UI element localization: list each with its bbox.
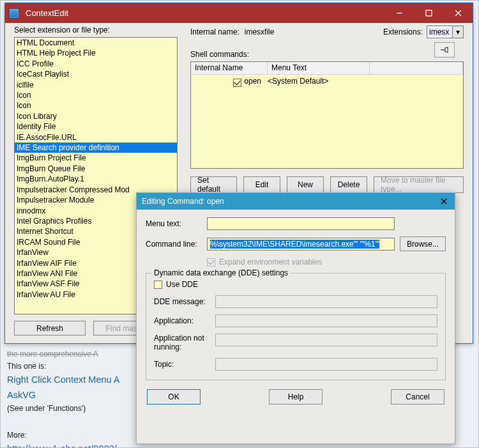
command-line-label: Command line: (146, 240, 207, 249)
expand-env-label: Expand environment variables (219, 258, 322, 266)
list-item[interactable]: IE.AssocFile.URL (15, 132, 177, 143)
edit-button[interactable]: Edit (243, 176, 280, 193)
svg-rect-1 (426, 10, 432, 16)
dde-group-title: Dynamic data exchange (DDE) settings (151, 268, 291, 277)
titlebar[interactable]: ContextEdit (5, 3, 473, 23)
refresh-button[interactable]: Refresh (14, 321, 86, 336)
close-button[interactable] (443, 3, 473, 23)
list-item[interactable]: HTML Help Project File (15, 48, 177, 58)
ok-button[interactable]: OK (147, 389, 201, 405)
app-not-running-input[interactable] (215, 334, 437, 346)
use-dde-checkbox[interactable] (154, 281, 162, 289)
extensions-select[interactable]: imesx ▾ (427, 26, 464, 38)
col-menu-text[interactable]: Menu Text (268, 62, 370, 74)
list-item[interactable]: Identity File (15, 121, 177, 132)
browse-button[interactable]: Browse... (400, 236, 446, 251)
chevron-down-icon: ▾ (452, 26, 463, 38)
command-line-input[interactable]: %\system32\IME\SHARED\imesearch.exe"' '"… (207, 238, 395, 251)
shell-commands-label: Shell commands: (190, 50, 464, 59)
minimize-button[interactable] (384, 3, 414, 23)
row-internal-name: open (244, 77, 261, 86)
window-title: ContextEdit (23, 8, 384, 18)
row-menu-text: <System Default> (268, 77, 370, 86)
list-item[interactable]: Icon Library (15, 111, 177, 121)
bg-link-3[interactable]: http://www.1-abc.net/0023/ (7, 444, 117, 448)
new-button[interactable]: New (287, 176, 324, 193)
delete-button[interactable]: Delete (330, 176, 367, 193)
dialog-titlebar[interactable]: Editing Command: open (137, 193, 455, 210)
bg-link-1[interactable]: Right Click Context Menu A (7, 375, 120, 385)
list-item[interactable]: ImgBurn.AutoPlay.1 (15, 174, 177, 184)
topic-input[interactable] (215, 358, 437, 371)
topic-label: Topic: (154, 360, 215, 369)
col-internal-name[interactable]: Internal Name (191, 62, 268, 74)
pushpin-button[interactable] (434, 42, 455, 58)
dde-groupbox: Dynamic data exchange (DDE) settings Use… (146, 273, 446, 380)
set-default-button[interactable]: Set default (190, 176, 237, 193)
extensions-value: imesx (427, 27, 452, 36)
list-item[interactable]: IceCast Playlist (15, 69, 177, 79)
cancel-button[interactable]: Cancel (391, 389, 445, 405)
list-item[interactable]: iclfile (15, 80, 177, 90)
select-extension-label: Select extension or file type: (14, 26, 178, 35)
list-item[interactable]: Icon (15, 100, 177, 111)
editing-command-dialog: Editing Command: open Menu text: Command… (136, 192, 455, 444)
dde-message-label: DDE message: (154, 297, 215, 306)
internal-name-value: imesxfile (245, 27, 275, 36)
menu-text-label: Menu text: (146, 219, 207, 228)
list-item[interactable]: HTML Document (15, 38, 177, 48)
internal-name-label: Internal name: (190, 27, 240, 36)
list-item[interactable]: ImgBurn Project File (15, 153, 177, 163)
move-to-master-button[interactable]: Move to master file type... (374, 176, 464, 193)
help-button[interactable]: Help (269, 389, 323, 405)
list-item[interactable]: IME Search provider definition (15, 143, 177, 153)
menu-text-input[interactable] (207, 217, 395, 230)
bg-link-2[interactable]: AskVG (7, 390, 36, 400)
dde-message-input[interactable] (215, 295, 437, 308)
app-icon (9, 8, 19, 19)
maximize-button[interactable] (414, 3, 443, 23)
table-row[interactable]: open <System Default> (191, 75, 463, 86)
extensions-label: Extensions: (383, 27, 423, 36)
list-item[interactable]: ImgBurn Queue File (15, 164, 177, 174)
expand-env-checkbox (207, 258, 215, 266)
dialog-title: Editing Command: open (142, 197, 438, 206)
application-label: Application: (154, 316, 215, 325)
application-input[interactable] (215, 314, 437, 327)
dialog-close-button[interactable] (438, 196, 450, 207)
row-checkbox[interactable] (233, 79, 241, 87)
shell-commands-table[interactable]: Internal Name Menu Text open <System Def… (190, 61, 464, 169)
app-not-running-label: Application not running: (154, 334, 215, 351)
list-item[interactable]: Icon (15, 90, 177, 100)
use-dde-label: Use DDE (166, 280, 198, 289)
list-item[interactable]: ICC Profile (15, 59, 177, 69)
